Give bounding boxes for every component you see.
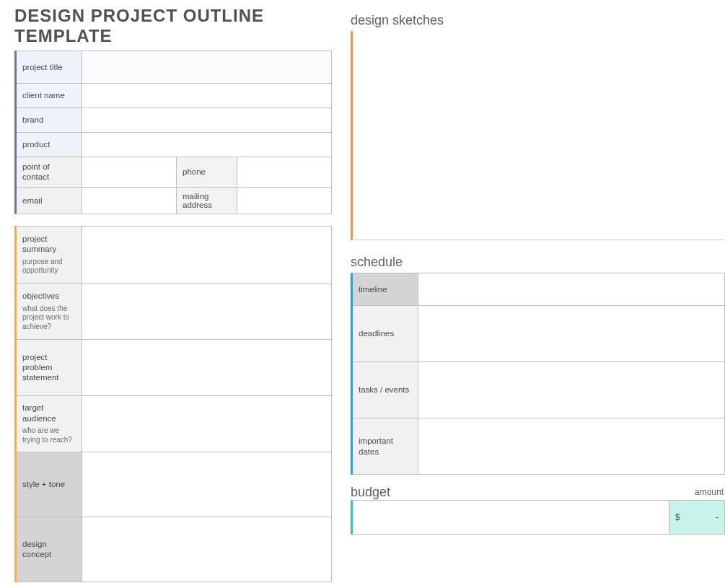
left-column: DESIGN PROJECT OUTLINE TEMPLATE project …	[0, 0, 332, 588]
summary-cell[interactable]	[82, 396, 331, 452]
label-email: email	[17, 188, 82, 214]
budget-block: $ -	[351, 500, 725, 535]
summary-cell[interactable]	[82, 227, 331, 283]
project-info-block: project title client name brand product …	[14, 51, 332, 214]
summary-block: project summarypurpose and opportunityob…	[14, 226, 332, 582]
schedule-cell[interactable]	[418, 362, 724, 418]
budget-description[interactable]	[353, 501, 669, 534]
input-product[interactable]	[82, 133, 331, 157]
summary-label: design concept	[17, 517, 82, 582]
label-phone: phone	[176, 157, 237, 187]
schedule-cell[interactable]	[418, 418, 724, 474]
summary-cell[interactable]	[82, 340, 331, 395]
page-title: DESIGN PROJECT OUTLINE TEMPLATE	[14, 6, 332, 46]
input-phone[interactable]	[237, 157, 331, 187]
schedule-cell[interactable]	[418, 306, 724, 361]
input-client-name[interactable]	[82, 84, 331, 107]
summary-cell[interactable]	[82, 452, 331, 517]
sketches-area[interactable]	[351, 31, 725, 240]
right-column: design sketches schedule timelinedeadlin…	[351, 0, 725, 588]
schedule-block: timelinedeadlinestasks / eventsimportant…	[351, 273, 725, 475]
input-brand[interactable]	[82, 108, 331, 132]
page: DESIGN PROJECT OUTLINE TEMPLATE project …	[0, 0, 725, 588]
label-product: product	[17, 133, 82, 157]
summary-label: project summarypurpose and opportunity	[17, 227, 82, 283]
label-client-name: client name	[17, 84, 82, 107]
budget-amount-label: amount	[695, 487, 724, 497]
schedule-label: deadlines	[353, 306, 418, 361]
label-mailing-address: mailing address	[176, 188, 237, 214]
input-project-title[interactable]	[82, 51, 331, 83]
currency-symbol: $	[675, 512, 680, 522]
budget-amount-cell[interactable]: $ -	[669, 501, 724, 534]
summary-label: objectiveswhat does the project work to …	[17, 284, 82, 339]
input-point-of-contact[interactable]	[82, 157, 176, 187]
summary-cell[interactable]	[82, 517, 331, 582]
schedule-label: important dates	[353, 418, 418, 474]
budget-title: budget	[351, 485, 390, 500]
summary-label: project problem statement	[17, 340, 82, 395]
summary-cell[interactable]	[82, 284, 331, 339]
label-project-title: project title	[17, 51, 82, 83]
schedule-title: schedule	[351, 255, 725, 270]
input-mailing-address[interactable]	[237, 188, 331, 214]
budget-value: -	[716, 512, 719, 522]
schedule-label: tasks / events	[353, 362, 418, 418]
sketches-title: design sketches	[351, 13, 725, 28]
summary-label: style + tone	[17, 452, 82, 517]
schedule-label: timeline	[353, 273, 418, 305]
label-point-of-contact: point of contact	[17, 157, 82, 187]
schedule-cell[interactable]	[418, 273, 724, 305]
summary-label: target audiencewho are we trying to reac…	[17, 396, 82, 452]
label-brand: brand	[17, 108, 82, 132]
input-email[interactable]	[82, 188, 176, 214]
